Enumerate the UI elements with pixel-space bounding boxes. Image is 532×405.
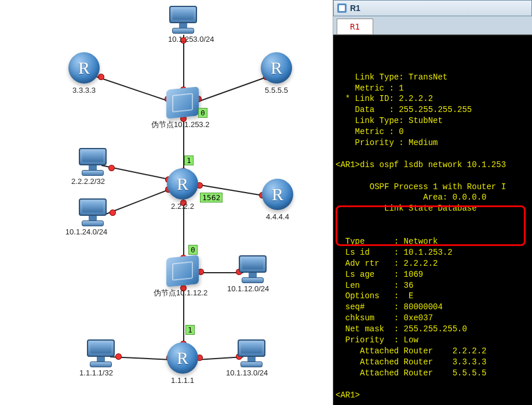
terminal-app-icon [337,3,347,13]
terminal-line: Area: 0.0.0.0 [336,192,530,203]
router-label: 1.1.1.1 [167,376,198,385]
host-label: 10.1.253.0/24 [168,35,214,44]
router-icon: R [68,52,100,84]
host-10-1-253-0[interactable]: 10.1.253.0/24 [168,6,214,44]
terminal-line: Priority : Medium [336,138,530,149]
terminal-line: seq# : 80000004 [336,302,530,313]
terminal-line [336,149,530,160]
host-10-1-13-0[interactable]: 10.1.13.0/24 [236,339,268,377]
router-glyph: R [272,185,283,204]
router-1-1-1-1[interactable]: R 1.1.1.1 [167,342,198,385]
terminal-line [336,171,530,182]
host-label: 10.1.12.0/24 [227,284,269,293]
port-dot [116,354,121,359]
host-10-1-12-0[interactable]: 10.1.12.0/24 [238,255,269,293]
switch-icon [166,255,199,287]
terminal-line: Ls age : 1069 [336,269,530,280]
link-metric-badge: 0 [198,108,207,118]
terminal-line: Attached Router 3.3.3.3 [336,357,530,368]
host-2-2-2-2-32[interactable]: 2.2.2.2/32 [78,148,108,186]
pc-icon [86,339,116,366]
router-3-3-3-3[interactable]: R 3.3.3.3 [68,52,100,95]
terminal-line: Priority : Low [336,335,530,346]
switch-label: 伪节点10.1.253.2 [151,120,209,130]
pc-icon [78,148,108,175]
router-icon: R [261,52,292,84]
terminal-line: Metric : 1 [336,83,530,94]
host-label: 10.1.13.0/24 [226,368,268,377]
terminal-line: Adv rtr : 2.2.2.2 [336,258,530,269]
terminal-output[interactable]: Link Type: TransNet Metric : 1 * Link ID… [333,35,532,405]
terminal-line: OSPF Process 1 with Router I [336,182,530,193]
router-glyph: R [177,174,188,194]
terminal-line: Ls id : 10.1.253.2 [336,247,530,258]
terminal-line: <AR1> [336,390,530,401]
router-4-4-4-4[interactable]: R 4.4.4.4 [262,179,293,221]
switch-label: 伪节点10.1.12.2 [154,288,207,298]
port-dot [110,210,115,215]
host-label: 2.2.2.2/32 [68,177,108,186]
port-dot [109,165,114,171]
router-label: 4.4.4.4 [262,212,293,221]
router-icon: R [262,179,293,210]
router-glyph: R [177,348,188,368]
router-2-2-2-2[interactable]: R 2.2.2.2 [167,168,198,211]
terminal-window: R1 R1 Link Type: TransNet Metric : 1 * L… [333,0,532,405]
terminal-line [336,214,530,225]
window-titlebar[interactable]: R1 [333,0,532,16]
terminal-line: Attached Router 2.2.2.2 [336,346,530,357]
router-icon: R [167,342,198,374]
host-10-1-24-0[interactable]: 10.1.24.0/24 [78,198,108,236]
link-metric-badge: 0 [188,245,198,255]
terminal-tab[interactable]: R1 [337,19,373,34]
router-label: 3.3.3.3 [68,86,100,95]
terminal-line: Attached Router 5.5.5.5 [336,368,530,379]
router-icon: R [167,168,198,200]
terminal-line: <AR1>dis ospf lsdb network 10.1.253 [336,160,530,171]
terminal-line: Metric : 0 [336,126,530,138]
terminal-line: * Link ID: 2.2.2.2 [336,93,530,104]
host-label: 1.1.1.1/32 [76,368,116,377]
svg-line-1 [93,75,170,102]
terminal-line: Options : E [336,291,530,302]
router-label: 5.5.5.5 [261,86,292,95]
link-metric-badge: 1 [185,325,195,335]
terminal-line [336,379,530,390]
pc-icon [168,6,198,32]
pc-icon [78,198,108,225]
pc-icon [238,255,268,282]
topology-canvas: 10.1.253.0/24 R 3.3.3.3 R 5.5.5.5 伪节点10.… [0,0,333,405]
switch-12[interactable]: 伪节点10.1.12.2 [166,256,207,298]
switch-icon [166,86,199,119]
router-glyph: R [78,58,90,78]
host-1-1-1-1-32[interactable]: 1.1.1.1/32 [86,339,116,377]
terminal-line: Type : Network [336,236,530,247]
terminal-line: Len : 36 [336,280,530,291]
pc-icon [236,339,267,366]
terminal-line: Net mask : 255.255.255.0 [336,324,530,335]
window-title-text: R1 [350,3,360,13]
terminal-tabbar: R1 [333,16,532,35]
router-label: 2.2.2.2 [167,202,198,211]
link-metric-badge: 1 [184,156,194,165]
terminal-line: Link Type: StubNet [336,115,530,126]
terminal-line: Data : 255.255.255.255 [336,104,530,115]
link-metric-badge: 1562 [200,193,223,202]
terminal-line: Link Type: TransNet [336,72,530,83]
router-glyph: R [271,58,282,78]
terminal-line: chksum : 0xe037 [336,313,530,324]
host-label: 10.1.24.0/24 [65,227,108,236]
terminal-line: Link State Database [336,203,530,214]
router-5-5-5-5[interactable]: R 5.5.5.5 [261,52,292,95]
terminal-line [336,225,530,236]
